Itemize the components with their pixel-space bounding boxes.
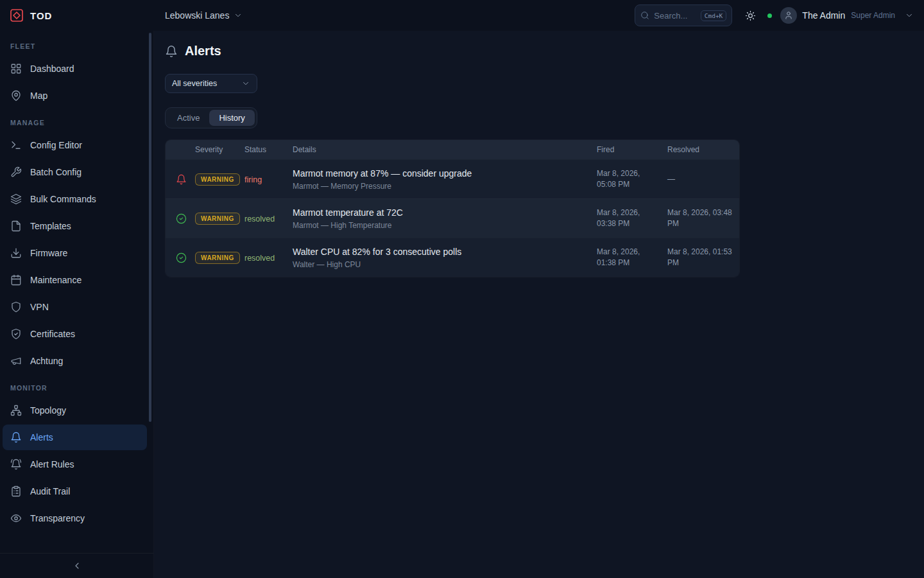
sidebar-item-maintenance[interactable]: Maintenance bbox=[3, 267, 147, 293]
status-text: resolved bbox=[244, 215, 275, 223]
sidebar-section-manage: MANAGE bbox=[0, 110, 153, 131]
search-input[interactable] bbox=[654, 11, 696, 21]
user-menu[interactable]: The Admin Super Admin bbox=[780, 7, 914, 24]
bell-icon bbox=[10, 432, 22, 443]
column-header-status: Status bbox=[244, 145, 293, 154]
sidebar-item-config-editor[interactable]: Config Editor bbox=[3, 132, 147, 158]
layers-icon bbox=[10, 193, 22, 205]
theme-toggle-button[interactable] bbox=[745, 10, 756, 21]
sidebar-item-bulk-commands[interactable]: Bulk Commands bbox=[3, 186, 147, 212]
sidebar-item-batch-config[interactable]: Batch Config bbox=[3, 159, 147, 185]
main-content: Alerts All severities Active History Sev… bbox=[154, 31, 924, 578]
sidebar: FLEET Dashboard Map MANAGE Config Editor… bbox=[0, 31, 154, 578]
sidebar-item-label: Certificates bbox=[30, 329, 75, 339]
sidebar-section-fleet: FLEET bbox=[0, 33, 153, 55]
sidebar-item-label: Config Editor bbox=[30, 140, 82, 150]
sidebar-item-label: Transparency bbox=[30, 513, 85, 523]
check-circle-icon bbox=[166, 252, 195, 263]
sidebar-item-transparency[interactable]: Transparency bbox=[3, 505, 147, 531]
download-icon bbox=[10, 247, 22, 259]
sidebar-item-label: Achtung bbox=[30, 356, 63, 366]
table-row[interactable]: WARNING firing Marmot memory at 87% — co… bbox=[166, 159, 739, 198]
sidebar-item-label: Batch Config bbox=[30, 167, 81, 177]
alerts-tabs: Active History bbox=[165, 107, 257, 128]
table-row[interactable]: WARNING resolved Marmot temperature at 7… bbox=[166, 198, 739, 238]
user-name: The Admin bbox=[802, 10, 845, 21]
status-text: firing bbox=[244, 175, 262, 184]
avatar bbox=[780, 7, 797, 24]
sidebar-item-label: Alert Rules bbox=[30, 459, 74, 469]
sidebar-item-alerts[interactable]: Alerts bbox=[3, 425, 147, 450]
terminal-icon bbox=[10, 139, 22, 151]
org-selector[interactable]: Lebowski Lanes bbox=[165, 10, 243, 21]
chevron-down-icon bbox=[905, 11, 914, 20]
search-box[interactable]: Cmd+K bbox=[635, 4, 732, 26]
sidebar-item-topology[interactable]: Topology bbox=[3, 398, 147, 423]
sidebar-item-label: Templates bbox=[30, 221, 71, 231]
chevron-down-icon bbox=[234, 11, 243, 20]
brand-logo-icon bbox=[9, 8, 24, 23]
sidebar-item-label: Dashboard bbox=[30, 64, 74, 74]
sidebar-item-label: VPN bbox=[30, 302, 49, 312]
table-row[interactable]: WARNING resolved Walter CPU at 82% for 3… bbox=[166, 238, 739, 277]
sidebar-item-alert-rules[interactable]: Alert Rules bbox=[3, 451, 147, 477]
column-header-resolved: Resolved bbox=[667, 145, 739, 154]
resolved-time: Mar 8, 2026, 03:48 PM bbox=[667, 207, 739, 229]
sidebar-item-firmware[interactable]: Firmware bbox=[3, 240, 147, 266]
sidebar-item-label: Audit Trail bbox=[30, 486, 70, 496]
shield-check-icon bbox=[10, 328, 22, 340]
bell-icon bbox=[165, 45, 178, 58]
sidebar-scrollbar[interactable] bbox=[149, 33, 151, 422]
wrench-icon bbox=[10, 166, 22, 178]
alert-subtitle: Walter — High CPU bbox=[293, 260, 588, 269]
connection-status-dot bbox=[767, 13, 772, 18]
status-text: resolved bbox=[244, 254, 275, 263]
sidebar-item-dashboard[interactable]: Dashboard bbox=[3, 56, 147, 82]
chevron-down-icon bbox=[241, 79, 250, 88]
sidebar-item-templates[interactable]: Templates bbox=[3, 213, 147, 239]
sidebar-item-achtung[interactable]: Achtung bbox=[3, 348, 147, 374]
resolved-time: — bbox=[667, 174, 739, 185]
brand: TOD bbox=[0, 0, 154, 31]
fired-time: Mar 8, 2026, 01:38 PM bbox=[597, 247, 667, 268]
clipboard-icon bbox=[10, 486, 22, 497]
check-circle-icon bbox=[166, 213, 195, 224]
page-header: Alerts bbox=[165, 44, 924, 58]
shield-icon bbox=[10, 301, 22, 313]
alert-title: Walter CPU at 82% for 3 consecutive poll… bbox=[293, 247, 588, 257]
megaphone-icon bbox=[10, 355, 22, 367]
sidebar-item-map[interactable]: Map bbox=[3, 83, 147, 109]
column-header-severity: Severity bbox=[195, 145, 244, 154]
network-icon bbox=[10, 405, 22, 416]
sidebar-footer bbox=[0, 553, 153, 578]
sidebar-item-label: Topology bbox=[30, 405, 66, 416]
sidebar-section-monitor: MONITOR bbox=[0, 375, 153, 396]
sidebar-item-certificates[interactable]: Certificates bbox=[3, 321, 147, 347]
file-icon bbox=[10, 220, 22, 232]
resolved-time: Mar 8, 2026, 01:53 PM bbox=[667, 247, 739, 268]
sun-icon bbox=[745, 10, 756, 21]
page-title: Alerts bbox=[185, 44, 221, 58]
alert-subtitle: Marmot — High Temperature bbox=[293, 221, 588, 230]
search-icon bbox=[640, 11, 649, 20]
severity-filter-select[interactable]: All severities bbox=[165, 74, 257, 93]
user-role-badge: Super Admin bbox=[851, 11, 895, 20]
brand-name: TOD bbox=[30, 10, 52, 21]
severity-badge: WARNING bbox=[195, 213, 240, 225]
tab-active[interactable]: Active bbox=[167, 110, 209, 126]
alert-title: Marmot memory at 87% — consider upgrade bbox=[293, 168, 588, 179]
bell-alert-icon bbox=[166, 174, 195, 185]
eye-icon bbox=[10, 512, 22, 524]
tab-history[interactable]: History bbox=[209, 110, 254, 126]
org-selector-label: Lebowski Lanes bbox=[165, 10, 229, 21]
alert-title: Marmot temperature at 72C bbox=[293, 207, 588, 218]
sidebar-item-vpn[interactable]: VPN bbox=[3, 294, 147, 320]
chevron-left-icon bbox=[72, 561, 82, 571]
sidebar-item-label: Alerts bbox=[30, 432, 53, 442]
severity-badge: WARNING bbox=[195, 173, 240, 186]
fired-time: Mar 8, 2026, 05:08 PM bbox=[597, 168, 667, 190]
sidebar-item-audit-trail[interactable]: Audit Trail bbox=[3, 478, 147, 504]
layout-grid-icon bbox=[10, 63, 22, 74]
sidebar-item-label: Map bbox=[30, 91, 47, 101]
collapse-sidebar-button[interactable] bbox=[72, 561, 82, 571]
